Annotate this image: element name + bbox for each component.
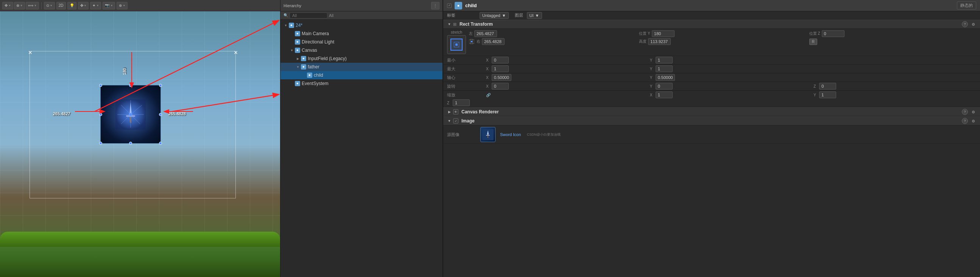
- height-value[interactable]: 113.9237: [648, 38, 671, 45]
- inspector-panel: ✓ ■ child 静态的 标签 Untagged ▼ 图层 UI ▼ ▼ ⊞ …: [443, 0, 980, 277]
- father-expand-arrow[interactable]: ▼: [296, 65, 300, 69]
- canvas-renderer-checkbox[interactable]: 👁: [453, 109, 458, 114]
- inputfield-cube-icon: ■: [301, 56, 306, 61]
- hierarchy-item-dir-light[interactable]: ■ Directional Light: [280, 38, 442, 46]
- anchor-max-row: 最大 X 1 Y 1: [443, 65, 980, 73]
- source-thumbnail[interactable]: [480, 127, 495, 142]
- hierarchy-item-main-camera[interactable]: ■ Main Camera: [280, 30, 442, 38]
- rotation-row: 旋转 X 0 Y 0 Z 0: [443, 82, 980, 91]
- canvas-label: Canvas: [302, 47, 317, 53]
- height-label: 高度: [639, 39, 646, 44]
- anchor-min-x-key: X: [486, 58, 490, 62]
- hierarchy-menu-btn[interactable]: ⋮: [431, 2, 439, 9]
- pos-z-value[interactable]: 0: [822, 30, 845, 37]
- source-value[interactable]: Sword Icon: [500, 132, 521, 137]
- rect-transform-section-header[interactable]: ▼ ⊞ Rect Transform ? ⚙: [443, 20, 980, 29]
- image-settings[interactable]: ⚙: [970, 118, 976, 124]
- hierarchy-item-eventsystem[interactable]: ■ EventSystem: [280, 79, 442, 88]
- image-section-header[interactable]: ▼ ✓ Image ? ⚙: [443, 116, 980, 125]
- camera-expand-arrow: [290, 32, 294, 36]
- rotation-x-field: X 0: [486, 83, 649, 90]
- rect-transform-settings[interactable]: ⚙: [970, 21, 976, 27]
- gizmo-btn[interactable]: ⊕▼: [116, 2, 127, 9]
- blue-handle-bc[interactable]: [129, 142, 132, 145]
- fx-btn[interactable]: ✦▼: [90, 2, 101, 9]
- scale-y-val[interactable]: 1: [819, 92, 836, 98]
- right-field-value[interactable]: 265.4828: [482, 38, 504, 45]
- canvas-renderer-settings[interactable]: ⚙: [970, 109, 976, 115]
- hand-tool-btn[interactable]: ✥▼: [2, 2, 13, 9]
- layer-dropdown[interactable]: UI ▼: [527, 12, 542, 19]
- left-field-group: 左 265.4827: [469, 30, 636, 37]
- scale-link-icon[interactable]: 🔗: [486, 93, 649, 97]
- pivot-y-key: Y: [650, 76, 654, 80]
- scale-tool-btn[interactable]: ⟺▼: [26, 2, 39, 9]
- blue-handle-br[interactable]: [159, 142, 162, 145]
- blue-handle-bl[interactable]: [99, 142, 102, 145]
- pivot-x-val[interactable]: 0.50000: [492, 74, 511, 81]
- anchor-max-x-key: X: [486, 67, 490, 71]
- scale-z-val[interactable]: 1: [453, 100, 470, 106]
- father-label: father: [308, 64, 320, 70]
- image-help[interactable]: ?: [962, 118, 968, 124]
- canvas-renderer-expand[interactable]: ▶: [447, 109, 452, 114]
- rot-z-val[interactable]: 0: [819, 83, 836, 90]
- tag-label: 标签: [447, 13, 477, 18]
- pos-z-label: 位置 Z: [809, 31, 820, 36]
- pos-z-field-group: 位置 Z 0: [809, 30, 976, 37]
- scale-x-val[interactable]: 1: [655, 92, 673, 98]
- pos-y-field-group: 位置 Y 180: [639, 30, 806, 37]
- search-input[interactable]: [290, 13, 328, 19]
- inspector-header: ✓ ■ child 静态的: [443, 0, 980, 11]
- tag-dropdown[interactable]: Untagged ▼: [480, 12, 509, 19]
- hierarchy-item-inputfield[interactable]: ▶ ■ InputField (Legacy): [280, 54, 442, 63]
- image-checkbox[interactable]: ✓: [453, 118, 458, 123]
- static-dropdown[interactable]: 静态的: [957, 2, 976, 9]
- blue-handle-mr[interactable]: [159, 113, 162, 116]
- anchor-min-x-val[interactable]: 0: [492, 57, 509, 63]
- pos-y-value[interactable]: 180: [652, 30, 675, 37]
- canvas-expand-arrow[interactable]: ▼: [290, 48, 294, 52]
- move-tool-btn[interactable]: ⊕▼: [14, 2, 25, 9]
- stretch-preset-button[interactable]: [447, 35, 466, 54]
- canvas-renderer-help[interactable]: ?: [962, 109, 968, 115]
- scale-x-key: X: [650, 93, 654, 97]
- image-section-expand[interactable]: ▼: [447, 119, 452, 123]
- inputfield-expand-arrow[interactable]: ▶: [296, 56, 300, 61]
- rect-transform-help[interactable]: ?: [962, 21, 968, 27]
- blue-handle-tr[interactable]: [159, 84, 162, 87]
- pivot-y-val[interactable]: 0.50000: [655, 74, 675, 81]
- anchor-max-y-field: Y 1: [650, 65, 813, 72]
- left-field-value[interactable]: 265.4827: [474, 30, 497, 37]
- audio-btn[interactable]: ✤▼: [78, 2, 89, 9]
- hierarchy-item-father[interactable]: ▼ ■ father: [280, 63, 442, 71]
- child-cube-icon: ■: [307, 73, 312, 78]
- rect-transform-expand[interactable]: ▼: [447, 22, 452, 27]
- scene-expand-arrow[interactable]: ▼: [283, 23, 288, 28]
- rot-y-val[interactable]: 0: [655, 83, 673, 90]
- scale-x-field: X 1: [650, 92, 813, 98]
- rot-x-val[interactable]: 0: [492, 83, 509, 90]
- scene-view[interactable]: ✕ ✕: [0, 11, 280, 277]
- anchor-max-x-val[interactable]: 1: [492, 65, 509, 72]
- rect-transform-title: Rect Transform: [460, 22, 493, 27]
- hierarchy-panel: Hierarchy ⋮ 🔍 All ▼ ■ 24* ■ Main Camera …: [280, 0, 443, 277]
- scene-panel: ✥▼ ⊕▼ ⟺▼ ⊙▼ 2D 💡 ✤▼ ✦▼ 📷▼ ⊕▼ ✕ ✕: [0, 0, 280, 277]
- anchor-max-y-val[interactable]: 1: [655, 65, 673, 72]
- blue-handle-tc[interactable]: [129, 84, 132, 87]
- blue-handle-tl[interactable]: [99, 84, 102, 87]
- anchor-min-y-val[interactable]: 1: [655, 57, 673, 63]
- canvas-renderer-section-header[interactable]: ▶ 👁 Canvas Renderer ? ⚙: [443, 107, 980, 116]
- search-label: All: [329, 13, 334, 18]
- blue-handle-ml[interactable]: [99, 113, 102, 116]
- hierarchy-item-child[interactable]: ■ child: [280, 71, 442, 79]
- camera-btn[interactable]: 📷▼: [103, 2, 115, 9]
- pivot-btn[interactable]: ⊙▼: [44, 2, 55, 9]
- hierarchy-item-canvas[interactable]: ▼ ■ Canvas: [280, 46, 442, 54]
- sword-image-element[interactable]: [100, 85, 161, 144]
- right-btn[interactable]: R: [809, 38, 817, 45]
- lighting-btn[interactable]: 💡: [67, 2, 76, 9]
- hierarchy-scene-item[interactable]: ▼ ■ 24*: [280, 21, 442, 30]
- 2d-btn[interactable]: 2D: [56, 2, 66, 9]
- object-active-checkbox[interactable]: ✓: [447, 3, 452, 8]
